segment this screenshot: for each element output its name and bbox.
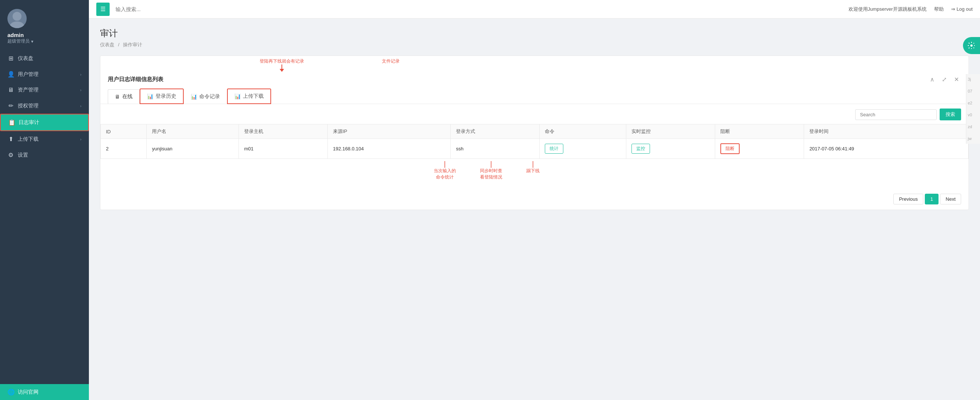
svg-point-1 [10,21,24,28]
asset-icon: 🖥 [7,87,14,93]
settings-icon: ⚙ [7,151,14,159]
chevron-right-icon: › [80,72,81,76]
globe-icon: 🌐 [7,389,14,395]
cell-monitor: 监控 [626,139,715,159]
monitor-icon: 🖥 [115,94,120,100]
header: ☰ 欢迎使用Jumpserver开源跳板机系统 帮助 ⇒ Log out [89,0,980,19]
dashboard-icon: ⊞ [7,55,14,62]
welcome-text: 欢迎使用Jumpserver开源跳板机系统 [848,6,927,13]
role-dropdown-icon: ▾ [31,39,33,44]
panel-resize-button[interactable]: ⤢ [940,75,949,84]
panel-collapse-button[interactable]: ∧ [928,75,937,84]
table-container: ID 用户名 登录主机 来源IP 登录方式 命令 实时监控 阻断 登录时间 [100,124,969,159]
cell-source-ip: 192.168.0.104 [328,139,451,159]
chart-icon-3: 📊 [234,93,241,99]
sidebar: admin 超级管理员 ▾ ⊞ 仪表盘 👤 用户管理 › 🖥 资产管理 › [0,0,89,400]
panel-title: 用户日志详细信息列表 [108,76,163,83]
breadcrumb-home[interactable]: 仪表盘 [100,42,115,48]
col-id: ID [101,124,147,139]
breadcrumb-current: 操作审计 [123,42,142,48]
upload-icon: ⬆ [7,135,14,143]
col-monitor: 实时监控 [626,124,715,139]
help-link[interactable]: 帮助 [934,6,944,13]
settings-fab-button[interactable] [963,37,980,54]
breadcrumb-separator: / [118,42,121,48]
cell-username: yunjisuan [147,139,239,159]
chart-icon-2: 📊 [191,94,197,100]
login-annotation: 登陆再下线就会有记录 [259,58,304,72]
tabs-container: 🖥 在线 📊 登录历史 📊 命令记录 📊 上传下载 [100,88,969,104]
col-login-host: 登录主机 [239,124,328,139]
search-button[interactable]: 搜索 [940,108,961,120]
cell-login-time: 2017-07-05 06:41:49 [804,139,969,159]
panel-controls: ∧ ⤢ ✕ [928,75,961,84]
cmd-stats-button[interactable]: 统计 [545,144,563,154]
role-label[interactable]: 超级管理员 ▾ [7,38,33,45]
sidebar-item-label-user: 用户管理 [18,71,38,78]
col-cmd: 命令 [539,124,626,139]
next-button[interactable]: Next [940,194,961,204]
logout-button[interactable]: ⇒ Log out [951,6,973,12]
chevron-right-icon-2: › [80,88,81,92]
svg-point-0 [13,12,21,21]
header-right: 欢迎使用Jumpserver开源跳板机系统 帮助 ⇒ Log out [848,6,973,13]
cell-cmd: 统计 [539,139,626,159]
search-row: 搜索 [100,104,969,124]
table-row: 2 yunjisuan m01 192.168.0.104 ssh 统计 监控 [101,139,969,159]
chevron-right-icon-4: › [80,137,81,142]
sidebar-item-user-mgmt[interactable]: 👤 用户管理 › [0,66,89,82]
sidebar-item-label-site: 访问官网 [18,389,38,395]
tab-online[interactable]: 🖥 在线 [108,89,140,104]
log-panel: 登陆再下线就会有记录 文件记录 用户日志详细信息列表 ∧ ⤢ ✕ [100,56,969,210]
chevron-right-icon-3: › [80,104,81,108]
svg-marker-3 [280,69,284,72]
block-button[interactable]: 阻断 [721,143,740,154]
tab-login-history[interactable]: 📊 登录历史 [140,89,184,104]
breadcrumb: 仪表盘 / 操作审计 [100,41,969,48]
page-title: 审计 [100,27,969,39]
col-source-ip: 来源IP [328,124,451,139]
auth-icon: ✏ [7,102,14,109]
sidebar-item-upload[interactable]: ⬆ 上传下载 › [0,131,89,147]
current-page-button[interactable]: 1 [925,194,939,204]
tab-upload-download[interactable]: 📊 上传下载 [227,89,271,104]
page-content: 审计 仪表盘 / 操作审计 登陆再下线就会有记录 文件记录 [89,19,980,400]
sidebar-item-auth-mgmt[interactable]: ✏ 授权管理 › [0,98,89,114]
col-login-time: 登录时间 [804,124,969,139]
sidebar-profile: admin 超级管理员 ▾ [0,0,89,50]
sidebar-item-log-audit[interactable]: 📋 日志审计 [0,114,89,131]
svg-point-7 [970,45,973,47]
previous-button[interactable]: Previous [893,194,923,204]
log-icon: 📋 [8,119,15,126]
log-table: ID 用户名 登录主机 来源IP 登录方式 命令 实时监控 阻断 登录时间 [100,124,969,159]
panel-header: 用户日志详细信息列表 ∧ ⤢ ✕ [100,70,969,84]
sidebar-item-label-settings: 设置 [18,152,28,159]
main-content: ☰ 欢迎使用Jumpserver开源跳板机系统 帮助 ⇒ Log out 审计 … [89,0,980,400]
panel-close-button[interactable]: ✕ [952,75,961,84]
tab-cmd-log[interactable]: 📊 命令记录 [184,89,227,104]
menu-toggle-button[interactable]: ☰ [96,3,110,16]
monitor-annotation: 同步时时查看登陆情况 [478,161,504,180]
col-username: 用户名 [147,124,239,139]
sidebar-item-label-dashboard: 仪表盘 [18,55,33,62]
sidebar-item-dashboard[interactable]: ⊞ 仪表盘 [0,50,89,66]
cell-login-host: m01 [239,139,328,159]
sidebar-item-visit-site[interactable]: 🌐 访问官网 [0,384,89,400]
global-search-input[interactable] [116,6,843,12]
sidebar-item-asset-mgmt[interactable]: 🖥 资产管理 › [0,82,89,98]
search-input[interactable] [855,109,937,120]
file-annotation: 文件记录 [382,58,399,64]
sidebar-item-label-auth: 授权管理 [18,103,38,109]
pagination: Previous 1 Next [100,188,969,210]
sidebar-item-settings[interactable]: ⚙ 设置 [0,147,89,163]
cell-login-method: ssh [451,139,539,159]
avatar [7,9,27,28]
sidebar-item-label-upload: 上传下载 [18,136,38,143]
annotation-area-top: 登陆再下线就会有记录 文件记录 [100,58,969,70]
username-label: admin [7,32,24,38]
logout-icon: ⇒ [951,6,955,12]
cmd-annotation: 当次输入的命令统计 [434,161,456,180]
table-header-row: ID 用户名 登录主机 来源IP 登录方式 命令 实时监控 阻断 登录时间 [101,124,969,139]
monitor-button[interactable]: 监控 [632,144,650,154]
sidebar-nav: ⊞ 仪表盘 👤 用户管理 › 🖥 资产管理 › ✏ 授权管理 › [0,50,89,384]
